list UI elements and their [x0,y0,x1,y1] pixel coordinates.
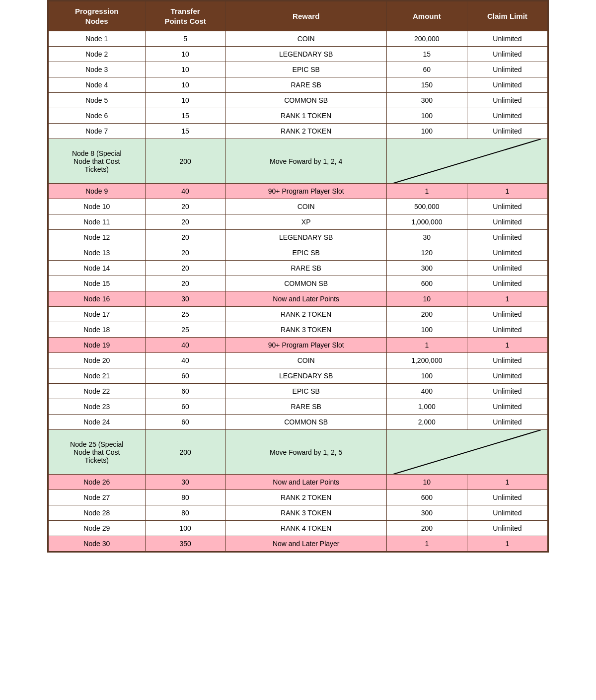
cell-reward: XP [225,214,386,230]
cell-reward: RANK 4 TOKEN [225,521,386,536]
header-amount: Amount [386,1,467,31]
cell-reward: RANK 2 TOKEN [225,124,386,139]
cell-cost: 40 [145,184,225,199]
cell-node: Node 7 [49,124,146,139]
table-row: Node 1520COMMON SB600Unlimited [49,276,548,291]
cell-amount: 15 [386,47,467,62]
cell-claim: Unlimited [467,47,547,62]
cell-amount: 1,000,000 [386,214,467,230]
table-row: Node 510COMMON SB300Unlimited [49,93,548,108]
cell-node: Node 20 [49,353,146,368]
table-row: Node 1220LEGENDARY SB30Unlimited [49,230,548,245]
cell-cost: 5 [145,31,225,47]
cell-claim: 1 [467,291,547,307]
cell-reward: RANK 2 TOKEN [225,307,386,322]
cell-amount: 1,000 [386,399,467,415]
table-row: Node 30350Now and Later Player11 [49,536,548,552]
cell-node: Node 16 [49,291,146,307]
table-row: Node 94090+ Program Player Slot11 [49,184,548,199]
cell-claim: Unlimited [467,505,547,521]
cell-reward: LEGENDARY SB [225,230,386,245]
cell-claim: Unlimited [467,521,547,536]
cell-cost: 100 [145,521,225,536]
cell-node: Node 15 [49,276,146,291]
cell-cost: 40 [145,353,225,368]
cell-claim: 1 [467,338,547,353]
table-row: Node 310EPIC SB60Unlimited [49,62,548,77]
cell-claim: Unlimited [467,199,547,214]
table-row: Node 2780RANK 2 TOKEN600Unlimited [49,490,548,505]
cell-node: Node 22 [49,384,146,399]
cell-node: Node 8 (SpecialNode that CostTickets) [49,139,146,184]
header-nodes: ProgressionNodes [49,1,146,31]
header-claim: Claim Limit [467,1,547,31]
cell-node: Node 2 [49,47,146,62]
cell-claim: Unlimited [467,62,547,77]
cell-amount: 600 [386,276,467,291]
table-row: Node 715RANK 2 TOKEN100Unlimited [49,124,548,139]
cell-cost: 60 [145,399,225,415]
cell-reward: EPIC SB [225,384,386,399]
cell-reward: RANK 3 TOKEN [225,322,386,338]
table-row: Node 8 (SpecialNode that CostTickets)200… [49,139,548,184]
cell-amount: 1 [386,184,467,199]
table-row: Node 1020COIN500,000Unlimited [49,199,548,214]
cell-amount: 30 [386,230,467,245]
cell-cost: 25 [145,307,225,322]
cell-amount: 500,000 [386,199,467,214]
cell-reward: RARE SB [225,399,386,415]
cell-node: Node 30 [49,536,146,552]
cell-cost: 20 [145,261,225,276]
cell-reward: 90+ Program Player Slot [225,338,386,353]
svg-line-1 [393,430,541,474]
cell-reward: LEGENDARY SB [225,47,386,62]
cell-node: Node 5 [49,93,146,108]
cell-cost: 200 [145,139,225,184]
cell-claim: 1 [467,536,547,552]
cell-claim: Unlimited [467,93,547,108]
cell-reward: RARE SB [225,261,386,276]
table-row: Node 2040COIN1,200,000Unlimited [49,353,548,368]
cell-cost: 10 [145,62,225,77]
cell-claim: 1 [467,475,547,490]
cell-reward: RARE SB [225,77,386,93]
cell-cost: 40 [145,338,225,353]
cell-amount: 100 [386,124,467,139]
cell-reward: 90+ Program Player Slot [225,184,386,199]
header-transfer: TransferPoints Cost [145,1,225,31]
cell-amount: 2,000 [386,415,467,430]
cell-node: Node 12 [49,230,146,245]
table-row: Node 2360RARE SB1,000Unlimited [49,399,548,415]
table-row: Node 194090+ Program Player Slot11 [49,338,548,353]
svg-line-0 [393,139,541,183]
cell-reward: Now and Later Points [225,475,386,490]
cell-amount: 300 [386,505,467,521]
cell-node: Node 19 [49,338,146,353]
cell-node: Node 14 [49,261,146,276]
cell-cost: 20 [145,276,225,291]
cell-cost: 15 [145,124,225,139]
cell-claim: Unlimited [467,108,547,124]
cell-reward: COMMON SB [225,93,386,108]
table-row: Node 2260EPIC SB400Unlimited [49,384,548,399]
cell-claim: Unlimited [467,214,547,230]
cell-reward: COMMON SB [225,415,386,430]
cell-reward: Move Foward by 1, 2, 4 [225,139,386,184]
cell-cost: 15 [145,108,225,124]
cell-amount: 300 [386,261,467,276]
cell-amount: 200 [386,307,467,322]
cell-cost: 20 [145,245,225,261]
table-row: Node 1420RARE SB300Unlimited [49,261,548,276]
cell-node: Node 29 [49,521,146,536]
table-row: Node 15COIN200,000Unlimited [49,31,548,47]
cell-cost: 60 [145,368,225,384]
cell-reward: EPIC SB [225,62,386,77]
cell-claim: Unlimited [467,384,547,399]
cell-amount: 100 [386,322,467,338]
table-row: Node 29100RANK 4 TOKEN200Unlimited [49,521,548,536]
cell-claim: Unlimited [467,322,547,338]
table-row: Node 2160LEGENDARY SB100Unlimited [49,368,548,384]
cell-reward: COIN [225,31,386,47]
cell-reward: COIN [225,199,386,214]
cell-amount: 10 [386,291,467,307]
